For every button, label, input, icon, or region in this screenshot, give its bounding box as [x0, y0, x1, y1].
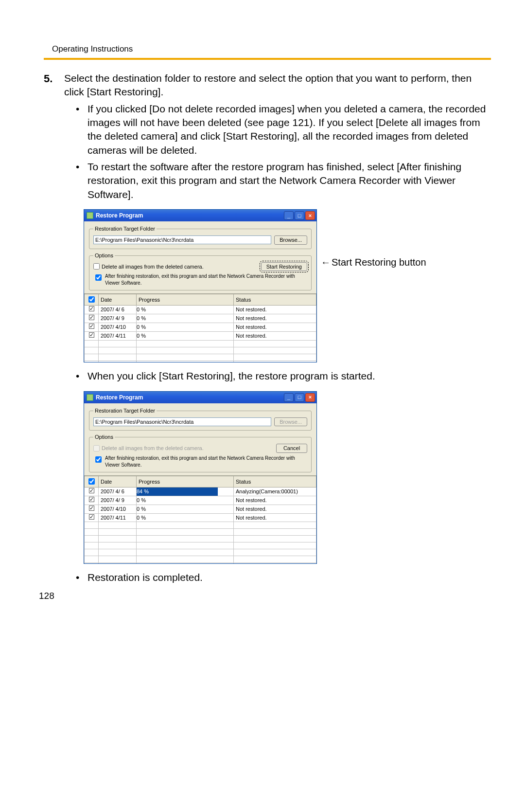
table-row-empty [85, 340, 316, 347]
restore-table: Date Progress Status 2007/ 4/ 684 %Analy… [84, 476, 316, 563]
select-all-checkbox[interactable] [88, 296, 95, 303]
row-status: Not restored. [234, 306, 316, 314]
bullet-1: If you clicked [Do not delete recorded i… [76, 102, 491, 157]
titlebar[interactable]: Restore Program _ □ × [84, 210, 316, 221]
row-progress: 0 % [137, 314, 234, 323]
options-group: Options Delete all images from the delet… [89, 433, 312, 472]
row-date: 2007/ 4/ 6 [99, 487, 137, 496]
after-finish-checkbox[interactable] [95, 274, 102, 281]
page-number: 128 [39, 590, 54, 602]
arrow-left-icon: ← [321, 256, 331, 269]
step-sub-bullets: If you clicked [Do not delete recorded i… [76, 102, 491, 201]
after-finish-checkbox[interactable] [95, 456, 102, 463]
row-date: 2007/ 4/10 [99, 323, 137, 331]
table-row-empty [85, 354, 316, 361]
table-row-empty [85, 522, 316, 529]
close-button[interactable]: × [305, 393, 315, 402]
row-date: 2007/ 4/11 [99, 513, 137, 522]
target-folder-legend: Restoration Target Folder [93, 407, 157, 415]
table-row[interactable]: 2007/ 4/100 %Not restored. [85, 505, 316, 513]
app-icon [87, 394, 93, 401]
row-progress: 0 % [137, 331, 234, 340]
col-status[interactable]: Status [234, 294, 316, 306]
minimize-button[interactable]: _ [284, 211, 294, 220]
table-row-empty [85, 347, 316, 354]
delete-images-label: Delete all images from the deleted camer… [102, 445, 204, 452]
table-row[interactable]: 2007/ 4/110 %Not restored. [85, 513, 316, 522]
row-status: Not restored. [234, 505, 316, 513]
table-row-empty [85, 563, 316, 563]
row-progress: 84 % [137, 487, 234, 496]
running-header: Operating Instructions [52, 44, 491, 55]
start-restoring-button[interactable]: Start Restoring [261, 262, 307, 271]
minimize-button[interactable]: _ [284, 393, 294, 402]
row-progress: 0 % [137, 513, 234, 522]
path-input[interactable] [93, 417, 271, 426]
table-row[interactable]: 2007/ 4/100 %Not restored. [85, 323, 316, 331]
table-row-empty [85, 556, 316, 563]
col-progress[interactable]: Progress [137, 294, 234, 306]
row-date: 2007/ 4/ 6 [99, 306, 137, 314]
row-status: Analyzing(Camera:00001) [234, 487, 316, 496]
header-rule [44, 58, 491, 60]
maximize-button[interactable]: □ [295, 211, 304, 220]
col-date[interactable]: Date [99, 294, 137, 306]
bullet-2: To restart the software after the restor… [76, 160, 491, 201]
window-title: Restore Program [96, 394, 143, 401]
table-row-empty [85, 529, 316, 536]
row-progress: 0 % [137, 323, 234, 331]
row-progress: 0 % [137, 496, 234, 505]
table-row-empty [85, 361, 316, 362]
path-input[interactable] [93, 235, 271, 244]
step-text: Select the destination folder to restore… [64, 72, 491, 99]
after-finish-label: After finishing restoration, exit this p… [105, 455, 307, 468]
row-checkbox[interactable] [89, 315, 94, 320]
row-checkbox[interactable] [89, 497, 94, 502]
row-status: Not restored. [234, 331, 316, 340]
row-date: 2007/ 4/11 [99, 331, 137, 340]
col-status[interactable]: Status [234, 476, 316, 487]
row-status: Not restored. [234, 513, 316, 522]
options-legend: Options [93, 433, 115, 441]
table-row[interactable]: 2007/ 4/ 60 %Not restored. [85, 306, 316, 314]
row-checkbox[interactable] [89, 306, 94, 311]
bullet-end: Restoration is completed. [76, 571, 491, 584]
select-all-checkbox[interactable] [88, 478, 95, 485]
options-legend: Options [93, 252, 115, 259]
browse-button[interactable]: Browse... [274, 235, 307, 245]
maximize-button[interactable]: □ [295, 393, 304, 402]
col-progress[interactable]: Progress [137, 476, 234, 487]
close-button[interactable]: × [305, 211, 315, 220]
titlebar[interactable]: Restore Program _ □ × [84, 392, 316, 403]
table-row[interactable]: 2007/ 4/ 684 %Analyzing(Camera:00001) [85, 487, 316, 496]
delete-images-checkbox[interactable]: Delete all images from the deleted camer… [93, 263, 204, 271]
browse-button-disabled: Browse... [274, 417, 307, 427]
after-finish-label: After finishing restoration, exit this p… [105, 273, 307, 286]
row-checkbox[interactable] [89, 332, 94, 338]
step-5: 5. Select the destination folder to rest… [44, 72, 491, 588]
row-status: Not restored. [234, 314, 316, 323]
target-folder-legend: Restoration Target Folder [93, 225, 157, 233]
table-row-empty [85, 542, 316, 549]
target-folder-group: Restoration Target Folder Browse... [89, 407, 312, 431]
row-checkbox[interactable] [89, 324, 94, 329]
restore-window-before: Restore Program _ □ × Restoration Target… [84, 209, 317, 362]
row-date: 2007/ 4/ 9 [99, 496, 137, 505]
step-number: 5. [44, 72, 64, 588]
row-checkbox[interactable] [89, 514, 94, 520]
target-folder-group: Restoration Target Folder Browse... [89, 225, 312, 249]
row-date: 2007/ 4/ 9 [99, 314, 137, 323]
row-checkbox[interactable] [89, 488, 94, 493]
table-row[interactable]: 2007/ 4/110 %Not restored. [85, 331, 316, 340]
row-checkbox[interactable] [89, 505, 94, 511]
row-progress: 0 % [137, 306, 234, 314]
row-date: 2007/ 4/10 [99, 505, 137, 513]
table-row[interactable]: 2007/ 4/ 90 %Not restored. [85, 314, 316, 323]
row-progress: 0 % [137, 505, 234, 513]
delete-images-checkbox-disabled: Delete all images from the deleted camer… [93, 445, 204, 452]
cancel-button[interactable]: Cancel [276, 444, 307, 453]
table-row[interactable]: 2007/ 4/ 90 %Not restored. [85, 496, 316, 505]
table-row-empty [85, 536, 316, 542]
delete-images-label: Delete all images from the deleted camer… [102, 263, 204, 271]
col-date[interactable]: Date [99, 476, 137, 487]
